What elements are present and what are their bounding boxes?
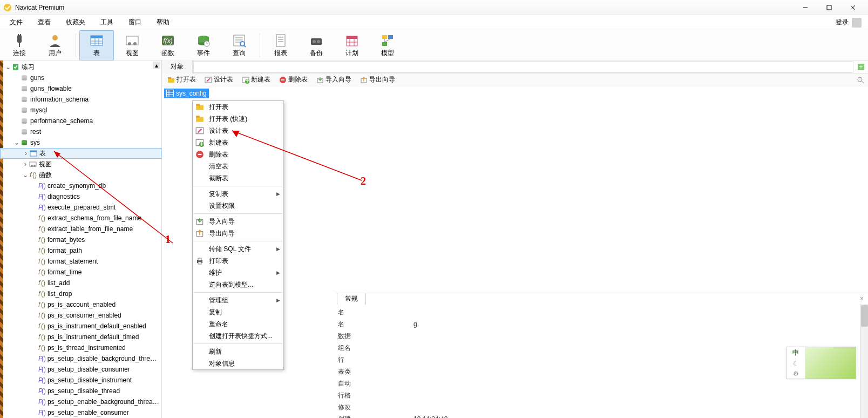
ctx-新建表[interactable]: +新建表 [193, 137, 283, 149]
ctx-创建打开表快捷方式...[interactable]: 创建打开表快捷方式... [193, 330, 283, 342]
ctx-设计表[interactable]: 设计表 [193, 125, 283, 137]
tree-func-create_synonym_db[interactable]: P()create_synonym_db [0, 180, 161, 191]
tree-func-list_add[interactable]: f()list_add [0, 278, 161, 288]
detail-tab-general[interactable]: 常规 [337, 293, 366, 305]
tree-views[interactable]: ›视图 [0, 159, 161, 170]
svg-point-59 [22, 100, 27, 102]
new-query-icon[interactable]: + [854, 61, 868, 73]
tree-func-format_path[interactable]: f()format_path [0, 245, 161, 256]
tree-func-ps_setup_disable_consumer[interactable]: P()ps_setup_disable_consumer [0, 364, 161, 375]
tree-func-ps_setup_disable_thread[interactable]: P()ps_setup_disable_thread [0, 386, 161, 396]
tree-db-sys[interactable]: ⌄sys [0, 137, 161, 148]
tree-func-ps_setup_disable_background_threads[interactable]: P()ps_setup_disable_background_threads [0, 353, 161, 364]
tree-func-ps_is_consumer_enabled[interactable]: f()ps_is_consumer_enabled [0, 310, 161, 321]
tree-scroll-up-icon[interactable]: ▴ [153, 62, 160, 69]
ctx-复制表[interactable]: 复制表▶ [193, 188, 283, 200]
search-icon[interactable] [856, 76, 865, 84]
tree-func-format_statement[interactable]: f()format_statement [0, 256, 161, 267]
ctx-清空表[interactable]: 清空表 [193, 160, 283, 172]
ribbon-view[interactable]: 视图 [115, 30, 150, 60]
tree-func-ps_is_instrument_default_enabled[interactable]: f()ps_is_instrument_default_enabled [0, 321, 161, 332]
ctx-管理组[interactable]: 管理组▶ [193, 294, 283, 306]
menu-view[interactable]: 查看 [30, 16, 58, 29]
ribbon-event[interactable]: 事件 [186, 30, 221, 60]
svg-text:(): () [42, 387, 45, 395]
tree-func-ps_setup_disable_instrument[interactable]: P()ps_setup_disable_instrument [0, 375, 161, 386]
menu-fav[interactable]: 收藏夹 [58, 16, 93, 29]
ribbon-model[interactable]: 模型 [370, 30, 405, 60]
tree-db-performance_schema[interactable]: performance_schema [0, 116, 161, 126]
tree-db-rest[interactable]: rest [0, 126, 161, 137]
tree-func-ps_is_thread_instrumented[interactable]: f()ps_is_thread_instrumented [0, 342, 161, 353]
detail-close-icon[interactable]: × [856, 295, 868, 302]
tree-func-diagnostics[interactable]: P()diagnostics [0, 191, 161, 202]
tree-func-ps_is_instrument_default_timed[interactable]: f()ps_is_instrument_default_timed [0, 332, 161, 342]
ctx-刷新[interactable]: 刷新 [193, 346, 283, 358]
ctx-复制[interactable]: 复制 [193, 306, 283, 318]
ctx-维护[interactable]: 维护▶ [193, 267, 283, 279]
ribbon-fx[interactable]: f(x)函数 [151, 30, 185, 60]
tree-func-extract_table_from_file_name[interactable]: f()extract_table_from_file_name [0, 224, 161, 234]
ctx-打开表[interactable]: 打开表 [193, 101, 283, 113]
selected-table[interactable]: sys_config [164, 89, 209, 98]
ctx-删除表[interactable]: 删除表 [193, 149, 283, 160]
ribbon-report[interactable]: 报表 [263, 30, 298, 60]
object-filter-input[interactable] [193, 61, 853, 73]
tree-func-format_time[interactable]: f()format_time [0, 267, 161, 278]
maximize-button[interactable] [817, 0, 841, 15]
ime-panel[interactable]: 中 ☾ ⚙ [786, 347, 856, 379]
ctx-设置权限[interactable]: 设置权限 [193, 200, 283, 212]
tbar-del[interactable]: 删除表 [277, 74, 310, 85]
login-button[interactable]: 登录 [831, 16, 866, 30]
ime-mode[interactable]: 中 [792, 348, 799, 358]
tbar-open[interactable]: 打开表 [165, 74, 198, 85]
tree-func-execute_prepared_stmt[interactable]: P()execute_prepared_stmt [0, 202, 161, 213]
object-tab[interactable]: 对象 [162, 60, 193, 73]
ctx-转储 SQL 文件[interactable]: 转储 SQL 文件▶ [193, 243, 283, 255]
tree-functions[interactable]: ⌄f()函数 [0, 170, 161, 180]
menu-file[interactable]: 文件 [2, 16, 30, 29]
svg-text:(): () [41, 225, 45, 233]
tree-tables[interactable]: ›表 [0, 148, 161, 159]
tree-func-format_bytes[interactable]: f()format_bytes [0, 234, 161, 245]
ctx-对象信息[interactable]: 对象信息 [193, 358, 283, 369]
ribbon-user[interactable]: 用户 [38, 30, 72, 60]
ribbon-query[interactable]: 查询 [222, 30, 256, 60]
minimize-button[interactable] [794, 0, 817, 15]
tree-func-ps_setup_enable_consumer[interactable]: P()ps_setup_enable_consumer [0, 407, 161, 418]
close-button[interactable] [841, 0, 865, 15]
tbar-exp[interactable]: 导出向导 [358, 74, 397, 85]
ribbon-table[interactable]: 表 [79, 30, 114, 60]
menu-window[interactable]: 窗口 [121, 16, 149, 29]
tree-db-guns_flowable[interactable]: guns_flowable [0, 83, 161, 94]
ribbon-backup[interactable]: 备份 [299, 30, 334, 60]
tbar-new[interactable]: +新建表 [240, 74, 273, 85]
ctx-导入向导[interactable]: 导入向导 [193, 215, 283, 227]
svg-rect-41 [347, 36, 357, 39]
tree-db-guns[interactable]: guns [0, 72, 161, 83]
ctx-逆向表到模型...[interactable]: 逆向表到模型... [193, 279, 283, 291]
ctx-打印表[interactable]: 打印表 [193, 255, 283, 267]
detail-scrollbar[interactable] [860, 304, 868, 418]
ribbon-plug[interactable]: 连接 [2, 30, 37, 60]
tree-func-list_drop[interactable]: f()list_drop [0, 288, 161, 299]
tbar-imp[interactable]: 导入向导 [314, 74, 354, 85]
ctx-重命名[interactable]: 重命名 [193, 318, 283, 330]
tree-db-mysql[interactable]: mysql [0, 105, 161, 116]
ctx-导出向导[interactable]: 导出向导 [193, 227, 283, 239]
menu-tools[interactable]: 工具 [93, 16, 121, 29]
ribbon-schedule[interactable]: 计划 [335, 30, 369, 60]
menu-help[interactable]: 帮助 [149, 16, 177, 29]
tree-connection[interactable]: ⌄练习 [0, 62, 161, 72]
nav-tree[interactable]: ▴ ⌄练习gunsguns_flowableinformation_schema… [0, 60, 162, 418]
ime-moon-icon[interactable]: ☾ [793, 360, 799, 367]
tbar-design[interactable]: 设计表 [202, 74, 235, 85]
ctx-截断表[interactable]: 截断表 [193, 172, 283, 184]
tree-func-ps_setup_enable_background_threads[interactable]: P()ps_setup_enable_background_threads [0, 396, 161, 407]
ctx-打开表 (快速)[interactable]: 打开表 (快速) [193, 113, 283, 125]
tree-db-information_schema[interactable]: information_schema [0, 94, 161, 105]
tree-func-ps_is_account_enabled[interactable]: f()ps_is_account_enabled [0, 299, 161, 310]
detail-row: 自动 [338, 377, 865, 389]
ime-gear-icon[interactable]: ⚙ [793, 370, 799, 377]
tree-func-extract_schema_from_file_name[interactable]: f()extract_schema_from_file_name [0, 213, 161, 224]
